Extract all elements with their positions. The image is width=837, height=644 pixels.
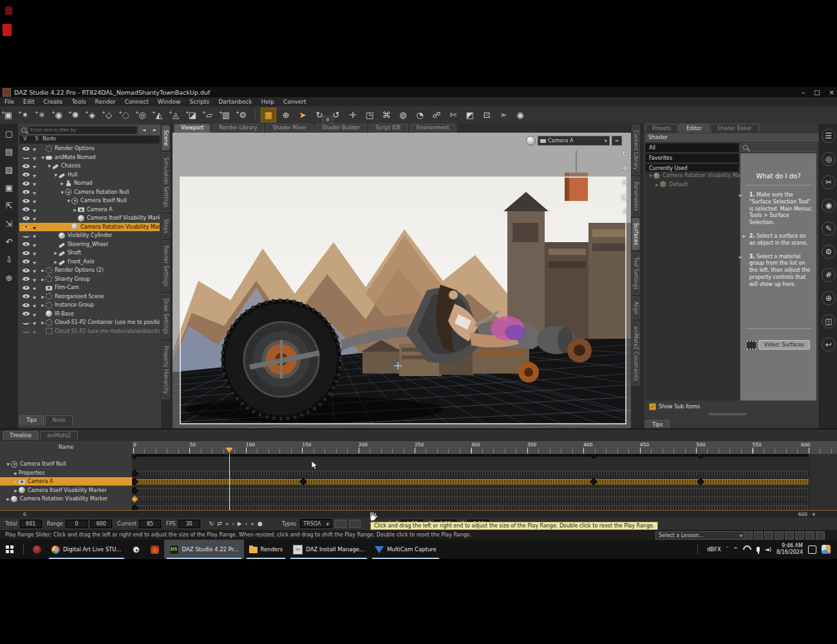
eye-visible-icon[interactable] <box>23 286 30 290</box>
scene-node-camera-rotation-null[interactable]: ➤▼Camera Rotation Null <box>19 188 160 197</box>
tab-animate2[interactable]: aniMate2 <box>40 431 78 440</box>
expander-icon[interactable]: ▶ <box>53 251 59 255</box>
title-bar[interactable]: DAZ Studio 4.22 Pro - RT824DAL_NomadShan… <box>0 87 837 97</box>
tab-render-settings[interactable]: Render Settings <box>162 240 170 292</box>
create-camera-icon[interactable]: ▣ <box>1 108 15 122</box>
eye-visible-icon[interactable] <box>23 269 30 272</box>
scene-node-render-options-2[interactable]: ➤▶Render Options (2) <box>19 266 160 275</box>
create-null-icon[interactable]: ◌ <box>118 108 133 122</box>
tab-presets[interactable]: Presets <box>645 124 678 133</box>
network-icon[interactable] <box>741 544 753 555</box>
add-tool-icon[interactable]: ⊕ <box>822 291 836 305</box>
tab-editor[interactable]: Editor <box>679 124 709 133</box>
transport-icon-2[interactable]: « <box>225 520 229 527</box>
keyframe-track[interactable] <box>133 479 809 485</box>
create-view-camera-icon[interactable]: ◈ <box>85 108 99 122</box>
eye-visible-icon[interactable] <box>23 164 30 168</box>
transport-icon-0[interactable]: ↻ <box>209 520 214 527</box>
create-linear-light-icon[interactable]: ✺ <box>68 108 82 122</box>
install-content-icon[interactable]: ⊕ <box>3 272 15 285</box>
filter-prev-button[interactable]: ◄ <box>139 126 149 135</box>
menu-tools[interactable]: Tools <box>67 99 90 105</box>
filter-favorites[interactable]: Favorites <box>645 153 739 163</box>
import-file-icon[interactable]: ⇲ <box>3 218 15 231</box>
scene-node-camera-a[interactable]: ➤▶Camera A <box>19 205 160 214</box>
tab-timeline[interactable]: Timeline <box>3 431 39 440</box>
minimize-button[interactable]: – <box>802 89 805 96</box>
lesson-nav-button-2[interactable] <box>764 531 773 540</box>
expander-icon[interactable]: ▶ <box>13 488 19 493</box>
figure-tool-icon[interactable]: ◍ <box>396 108 410 122</box>
export-file-icon[interactable]: ⇱ <box>3 200 15 213</box>
scene-node-reorganised-scene[interactable]: ➤▶Reorganised Scene <box>19 292 160 301</box>
eye-hidden-icon[interactable] <box>23 321 30 325</box>
eye-visible-icon[interactable] <box>23 199 30 203</box>
tray-chevron-icon[interactable]: ^ <box>733 546 738 553</box>
expander-icon[interactable]: ▶ <box>53 260 59 264</box>
maximize-button[interactable]: □ <box>814 89 820 96</box>
create-sphere-icon[interactable]: ◎ <box>135 108 149 122</box>
surface-node-camera-rotation-visability-marker[interactable]: ▼Camera Rotation Visability Marker <box>645 171 739 180</box>
expander-icon[interactable]: ▼ <box>53 173 59 177</box>
tab-steps[interactable]: Steps <box>162 214 170 238</box>
tab-node[interactable]: Node <box>45 415 73 426</box>
taskbar-renders[interactable]: Renders <box>244 540 288 559</box>
filter-next-button[interactable]: ► <box>150 126 160 135</box>
taskbar-digital-art-live-stu[interactable]: Digital Art Live STU... <box>46 540 127 559</box>
tab-surfaces[interactable]: Surfaces <box>632 218 640 251</box>
cut-tool-icon[interactable]: ✂ <box>822 175 836 189</box>
timeline-tracks[interactable] <box>132 454 810 510</box>
microphone-icon[interactable] <box>757 547 760 552</box>
surface-node-default[interactable]: ▶Default <box>645 180 739 189</box>
scene-node-animate-nomad[interactable]: ➤▼aniMate Nomad <box>19 153 160 162</box>
track-name-camera-itself-null[interactable]: ▼Camera Itself Null <box>0 460 132 468</box>
eye-visible-icon[interactable] <box>23 173 30 176</box>
tab-shader-baker[interactable]: Shader Baker <box>710 124 759 133</box>
expander-icon[interactable]: ▼ <box>59 190 65 194</box>
eye-visible-icon[interactable] <box>23 251 30 255</box>
tab-script-ide[interactable]: Script IDE <box>368 124 408 133</box>
scene-node-nomad[interactable]: ➤▶Nomad <box>19 179 160 188</box>
taskbar-daz-install-manage[interactable]: imDAZ Install Manage... <box>288 540 370 559</box>
transform-box-tool-icon[interactable]: ⊡ <box>480 108 494 122</box>
polygon-cut-tool-icon[interactable]: ✄ <box>446 108 460 122</box>
transport-icon-4[interactable]: ▶ <box>238 520 242 527</box>
menu-edit[interactable]: Edit <box>19 99 39 105</box>
playhead-marker[interactable] <box>225 448 233 453</box>
save-file-icon[interactable]: ▣ <box>3 182 15 194</box>
menu-connect[interactable]: Connect <box>120 99 153 105</box>
menu-window[interactable]: Window <box>153 99 185 105</box>
drawstyle-sphere-icon[interactable] <box>526 136 536 146</box>
lesson-nav-button-5[interactable] <box>795 531 804 540</box>
scene-node-instance-group[interactable]: ➤▶Instance Group <box>19 301 160 310</box>
taskbar-red-app[interactable] <box>146 540 164 559</box>
taskbar-film[interactable] <box>127 540 146 559</box>
new-file-icon[interactable]: ▢ <box>3 128 15 140</box>
create-spot-light-icon[interactable]: ✶ <box>18 108 32 122</box>
transport-icon-1[interactable]: ⇄ <box>217 520 222 527</box>
start-button[interactable] <box>0 540 19 559</box>
tab-shader-builder[interactable]: Shader Builder <box>315 124 367 133</box>
camera-selector[interactable]: Camera A ▼ <box>538 136 610 146</box>
render-preview-icon[interactable]: ◎ <box>822 152 836 166</box>
key-forward-button[interactable] <box>335 520 346 528</box>
scene-node-film-cam[interactable]: ➤Film-Cam <box>19 283 160 292</box>
scene-node-camera-rotation-visability-marker[interactable]: ➤Camera Rotation Visability Marker <box>19 223 160 232</box>
scene-node-camera-itself-null[interactable]: ➤▼Camera Itself Null <box>19 196 160 205</box>
clock[interactable]: 9:46 AM 8/16/2024 <box>776 543 803 555</box>
taskbar-red-dot[interactable] <box>28 540 46 559</box>
transport-icon-7[interactable]: ● <box>258 520 263 527</box>
menu-file[interactable]: File <box>0 99 19 105</box>
tab-render-library[interactable]: Render Library <box>212 124 264 133</box>
lesson-nav-button-4[interactable] <box>785 531 794 540</box>
create-cube-icon[interactable]: ◇ <box>102 108 116 122</box>
eye-visible-icon[interactable] <box>23 207 30 211</box>
home-icon[interactable]: ⌂ <box>620 206 630 216</box>
scene-node-ir-base[interactable]: ➤IR-Base <box>19 310 160 319</box>
eye-visible-icon[interactable] <box>23 312 30 316</box>
lesson-nav-button-3[interactable] <box>775 531 784 540</box>
property-search[interactable] <box>740 143 816 152</box>
filter-all[interactable]: All <box>645 143 739 153</box>
expander-icon[interactable]: ▼ <box>648 173 654 178</box>
lesson-nav-button-1[interactable] <box>754 531 763 540</box>
